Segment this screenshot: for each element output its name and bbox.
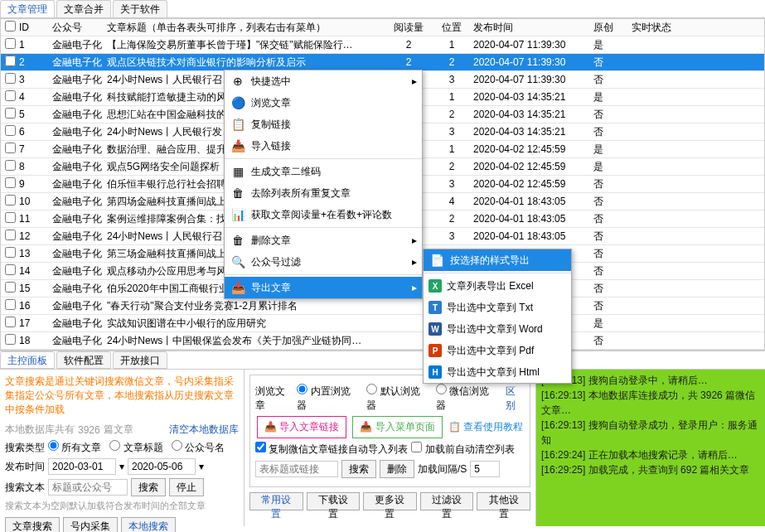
col-header[interactable]: 发布时间: [473, 21, 593, 35]
import-links-button[interactable]: 📥 导入文章链接: [257, 416, 346, 438]
col-header[interactable]: ID: [19, 22, 52, 33]
left-tab-button[interactable]: 号内采集: [63, 517, 118, 532]
menu-item[interactable]: 🔵浏览文章: [225, 92, 422, 114]
file-type-icon: 📄: [428, 252, 445, 268]
submenu-item[interactable]: X文章列表导出 Excel: [424, 275, 571, 297]
bottom-tab-1[interactable]: 软件配置: [56, 351, 111, 369]
date-from[interactable]: [48, 458, 116, 475]
context-menu: ⊕快捷选中▸🔵浏览文章📋复制链接📥导入链接▦生成文章二维码🗑去除列表所有重复文章…: [224, 70, 423, 299]
col-header[interactable]: 文章标题（单击各表头可排序，列表右击有菜单）: [107, 21, 387, 35]
bottom-tab-2[interactable]: 开放接口: [113, 351, 167, 369]
table-row[interactable]: 2金融电子化观点区块链技术对商业银行的影响分析及启示222020-04-07 1…: [1, 54, 764, 71]
table-row[interactable]: 1金融电子化【上海保险交易所董事长曾于瑾】"保交链"赋能保险行…212020-0…: [1, 36, 764, 54]
search-type-radio[interactable]: 所有文章: [48, 440, 101, 455]
row-checkbox[interactable]: [5, 73, 16, 84]
menu-item[interactable]: 🔍公众号过滤▸: [225, 251, 422, 273]
menu-icon: 🗑: [230, 185, 246, 201]
interval-label: 加载间隔/S: [418, 462, 467, 476]
browser-radio[interactable]: 微信浏览器: [436, 384, 497, 413]
menu-item[interactable]: ⊕快捷选中▸: [225, 70, 422, 92]
log-line: [16:29:13] 搜狗自动登录成功，登录用户：服务通知: [541, 418, 760, 447]
top-tab-0[interactable]: 文章管理: [0, 0, 55, 17]
left-tab-button[interactable]: 本地搜索: [121, 517, 176, 532]
submenu-item[interactable]: 📄按选择的样式导出: [424, 249, 571, 271]
menu-item[interactable]: 🗑删除文章▸: [225, 230, 422, 251]
row-checkbox[interactable]: [5, 195, 16, 206]
submenu-item[interactable]: W导出选中文章到 Word: [424, 318, 571, 340]
db-count: 3926: [78, 424, 100, 436]
col-header[interactable]: 原创: [593, 21, 632, 35]
col-header[interactable]: 公众号: [52, 21, 107, 35]
menu-item[interactable]: 📋复制链接: [225, 114, 422, 135]
row-checkbox[interactable]: [5, 247, 16, 258]
menu-item[interactable]: 📥导入链接: [225, 135, 422, 157]
filter-delete-button[interactable]: 删除: [380, 460, 414, 478]
row-checkbox[interactable]: [5, 334, 16, 345]
left-tab-button[interactable]: 文章搜索: [5, 517, 60, 532]
settings-tab-button[interactable]: 下载设置: [307, 492, 361, 510]
row-checkbox[interactable]: [5, 212, 16, 223]
auto-import-checkbox[interactable]: 复制微信文章链接自动导入列表: [255, 442, 408, 457]
settings-tab-button[interactable]: 其他设置: [477, 492, 530, 510]
row-checkbox[interactable]: [5, 90, 16, 101]
search-type-radio[interactable]: 文章标题: [109, 440, 162, 455]
submenu-item[interactable]: H导出选中文章到 Html: [424, 361, 571, 383]
pubtime-label: 发布时间: [5, 460, 45, 474]
top-tab-1[interactable]: 文章合并: [56, 0, 111, 17]
table-row[interactable]: 18金融电子化24小时News丨中国银保监会发布《关于加强产业链协同…否: [1, 332, 764, 350]
menu-item[interactable]: ▦生成文章二维码: [225, 161, 422, 182]
export-submenu: 📄按选择的样式导出X文章列表导出 ExcelT导出选中文章到 TxtW导出选中文…: [423, 249, 572, 384]
row-checkbox[interactable]: [5, 143, 16, 153]
row-checkbox[interactable]: [5, 56, 16, 66]
settings-tab-button[interactable]: 过滤设置: [420, 492, 474, 510]
settings-tab-button[interactable]: 常用设置: [249, 492, 303, 510]
top-tabs: 文章管理文章合并关于软件: [0, 0, 765, 18]
row-checkbox[interactable]: [5, 125, 16, 136]
filter-search-button[interactable]: 搜索: [341, 460, 376, 478]
browse-label: 浏览文章: [255, 384, 293, 413]
row-checkbox[interactable]: [5, 177, 16, 188]
row-checkbox[interactable]: [5, 38, 16, 49]
table-row[interactable]: 16金融电子化"春天行动"聚合支付业务竞赛1-2月累计排名否: [1, 297, 764, 315]
row-checkbox[interactable]: [5, 317, 16, 327]
submenu-item[interactable]: P导出选中文章到 Pdf: [424, 340, 571, 361]
col-header[interactable]: 实时状态: [632, 21, 731, 35]
menu-item[interactable]: 📤导出文章▸: [225, 277, 422, 298]
date-to[interactable]: [128, 458, 196, 475]
tutorial-link[interactable]: 📋 查看使用教程: [448, 420, 523, 434]
row-checkbox[interactable]: [5, 230, 16, 240]
select-all-checkbox[interactable]: [5, 21, 16, 31]
row-checkbox[interactable]: [5, 282, 16, 293]
browser-diff-link[interactable]: 区别: [506, 384, 525, 413]
menu-icon: 🔵: [230, 94, 246, 111]
search-input[interactable]: [48, 479, 128, 496]
import-menu-button[interactable]: 📥 导入菜单页面: [352, 416, 442, 438]
row-checkbox[interactable]: [5, 160, 16, 171]
browser-radio[interactable]: 默认浏览器: [366, 384, 428, 413]
table-row[interactable]: 17金融电子化实战知识图谱在中小银行的应用研究是: [1, 315, 764, 332]
settings-tab-button[interactable]: 更多设置: [363, 492, 417, 510]
interval-spinner[interactable]: [470, 461, 500, 477]
clear-db-link[interactable]: 清空本地数据库: [169, 423, 239, 437]
col-header[interactable]: 阅读量: [387, 21, 430, 35]
search-type-label: 搜索类型: [5, 441, 45, 455]
col-header[interactable]: 位置: [430, 21, 473, 35]
search-type-radio[interactable]: 公众号名: [172, 440, 225, 455]
top-tab-2[interactable]: 关于软件: [113, 0, 167, 17]
auto-clear-checkbox[interactable]: 加载前自动清空列表: [411, 442, 514, 457]
browser-radio[interactable]: 内置浏览器: [297, 384, 358, 413]
file-type-icon: W: [428, 322, 442, 336]
file-type-icon: T: [428, 301, 442, 314]
bottom-tab-0[interactable]: 主控面板: [0, 351, 55, 369]
row-checkbox[interactable]: [5, 108, 16, 118]
stop-button[interactable]: 停止: [169, 478, 204, 496]
submenu-item[interactable]: T导出选中文章到 Txt: [424, 297, 571, 318]
menu-item[interactable]: 🗑去除列表所有重复文章: [225, 182, 422, 204]
filter-input[interactable]: [255, 461, 338, 477]
row-checkbox[interactable]: [5, 299, 16, 310]
chevron-right-icon: ▸: [412, 235, 417, 246]
menu-item[interactable]: 📊获取文章阅读量+在看数+评论数: [225, 204, 422, 225]
search-button[interactable]: 搜索: [131, 478, 166, 496]
log-line: [16:29:25] 加载完成，共查询到 692 篇相关文章: [541, 462, 760, 477]
row-checkbox[interactable]: [5, 264, 16, 275]
